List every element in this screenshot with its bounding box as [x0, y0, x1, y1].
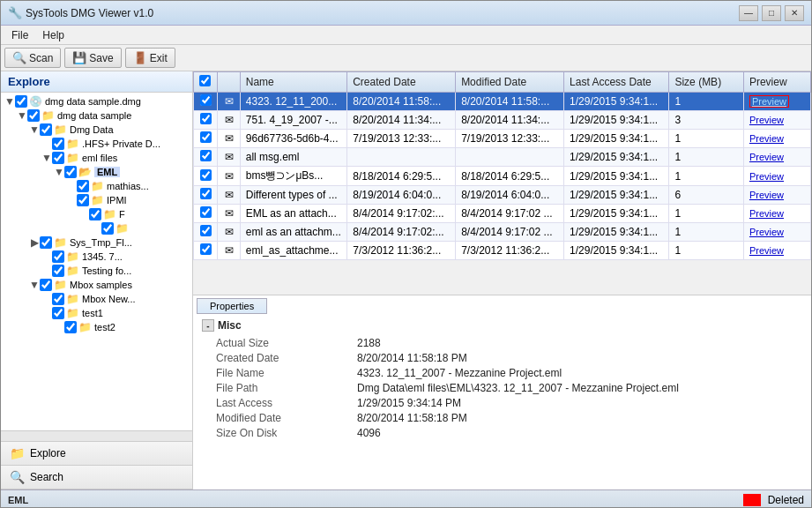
tree-item-test2[interactable]: 📁test2: [3, 320, 190, 334]
preview-link[interactable]: Preview: [749, 133, 784, 144]
tree-item-unknown2[interactable]: 📁: [3, 221, 190, 235]
tree-item-dmg[interactable]: ▼💿dmg data sample.dmg: [3, 94, 190, 108]
tree-item-testing[interactable]: 📁Testing fo...: [3, 264, 190, 278]
table-row[interactable]: ✉96d67736-5d6b-4...7/19/2013 12:33:...7/…: [194, 130, 811, 148]
col-modified[interactable]: Modified Date: [456, 72, 564, 93]
tree-expand-icon[interactable]: ▶: [29, 236, 40, 249]
tree-expand-icon[interactable]: ▼: [29, 279, 40, 291]
menu-file[interactable]: File: [4, 27, 35, 43]
row-checkbox[interactable]: [200, 113, 212, 124]
table-row[interactable]: ✉eml_as_attachme...7/3/2012 11:36:2...7/…: [194, 242, 811, 260]
tree-expand-icon[interactable]: ▼: [17, 109, 27, 122]
tree-expand-icon[interactable]: ▼: [4, 95, 15, 108]
tree-item-ipmi[interactable]: 📁IPMI: [3, 193, 190, 207]
tree-checkbox[interactable]: [89, 208, 101, 220]
tree-checkbox[interactable]: [40, 236, 52, 249]
col-created[interactable]: Created Date: [347, 72, 456, 93]
properties-tab[interactable]: Properties: [193, 295, 811, 314]
exit-button[interactable]: 🚪 Exit: [125, 48, 175, 68]
col-preview[interactable]: Preview: [743, 72, 810, 93]
file-preview-cell[interactable]: Preview: [743, 205, 810, 223]
file-preview-cell[interactable]: Preview: [743, 167, 810, 186]
tree-area[interactable]: ▼💿dmg data sample.dmg▼📁dmg data sample▼📁…: [1, 93, 192, 430]
tree-expand-icon[interactable]: ▼: [29, 123, 40, 136]
close-button[interactable]: ✕: [785, 5, 804, 21]
preview-link[interactable]: Preview: [749, 208, 784, 219]
menu-help[interactable]: Help: [35, 27, 71, 43]
tree-expand-icon[interactable]: ▼: [41, 152, 52, 164]
file-list-area[interactable]: Name Created Date Modified Date Last Acc…: [193, 71, 811, 295]
tree-hscroll[interactable]: [1, 430, 192, 441]
tree-item-unknown1[interactable]: 📁F: [3, 207, 190, 221]
preview-link[interactable]: Preview: [749, 115, 784, 125]
tree-checkbox[interactable]: [52, 265, 64, 277]
table-row[interactable]: ✉EML as an attach...8/4/2014 9:17:02:...…: [194, 205, 811, 223]
row-checkbox[interactable]: [200, 206, 212, 218]
minimize-button[interactable]: —: [739, 5, 758, 21]
preview-link[interactable]: Preview: [749, 227, 784, 237]
preview-link[interactable]: Preview: [749, 245, 784, 256]
tree-checkbox[interactable]: [52, 152, 64, 164]
tree-checkbox[interactable]: [52, 250, 64, 263]
tree-checkbox[interactable]: [64, 166, 77, 178]
nav-search[interactable]: 🔍 Search: [1, 466, 192, 489]
file-preview-cell[interactable]: Preview: [743, 111, 810, 130]
row-checkbox[interactable]: [200, 225, 212, 236]
tree-item-dmg-data[interactable]: ▼📁dmg data sample: [3, 108, 190, 123]
row-checkbox[interactable]: [200, 131, 212, 143]
tree-checkbox[interactable]: [101, 222, 114, 235]
scan-button[interactable]: 🔍 Scan: [4, 48, 61, 68]
file-preview-cell[interactable]: Preview: [743, 148, 810, 167]
col-size[interactable]: Size (MB): [669, 72, 743, 93]
table-row[interactable]: ✉751. 4_19_2007 -...8/20/2014 11:34:...8…: [194, 111, 811, 130]
col-check[interactable]: [194, 72, 218, 93]
table-row[interactable]: ✉eml as an attachm...8/4/2014 9:17:02:..…: [194, 223, 811, 242]
preview-link[interactable]: Preview: [749, 171, 784, 182]
tree-checkbox[interactable]: [64, 321, 77, 333]
row-checkbox[interactable]: [200, 169, 212, 181]
table-row[interactable]: ✉Different types of ...8/19/2014 6:04:0.…: [194, 186, 811, 205]
tree-item-hfs[interactable]: 📁.HFS+ Private D...: [3, 137, 190, 151]
tree-checkbox[interactable]: [52, 138, 64, 150]
tree-item-eml[interactable]: ▼📂EML: [3, 165, 190, 179]
tree-item-eml-files[interactable]: ▼📁eml files: [3, 151, 190, 165]
tree-item-dmgdata[interactable]: ▼📁Dmg Data: [3, 123, 190, 137]
tree-checkbox[interactable]: [77, 180, 89, 192]
nav-explore[interactable]: 📁 Explore: [1, 442, 192, 466]
select-all-checkbox[interactable]: [199, 75, 211, 86]
tree-checkbox[interactable]: [15, 95, 27, 108]
file-preview-cell[interactable]: Preview: [743, 223, 810, 242]
row-checkbox[interactable]: [200, 243, 212, 255]
tree-expand-icon[interactable]: ▼: [54, 166, 64, 178]
file-preview-cell[interactable]: Preview: [743, 186, 810, 205]
file-preview-cell[interactable]: Preview: [743, 242, 810, 260]
table-row[interactable]: ✉bms뺑⊃ンμBs...8/18/2014 6:29:5...8/18/201…: [194, 167, 811, 186]
col-name[interactable]: Name: [240, 72, 346, 93]
tree-checkbox[interactable]: [52, 307, 64, 319]
tree-item-mathias[interactable]: 📁mathias...: [3, 179, 190, 193]
preview-link[interactable]: Preview: [749, 152, 784, 162]
row-checkbox[interactable]: [200, 94, 212, 106]
maximize-button[interactable]: □: [762, 5, 781, 21]
tree-checkbox[interactable]: [52, 293, 64, 305]
tree-item-mbox-new[interactable]: 📁Mbox New...: [3, 292, 190, 306]
tree-checkbox[interactable]: [27, 109, 40, 122]
tree-item-1345[interactable]: 📁1345. 7...: [3, 250, 190, 264]
table-row[interactable]: ✉all msg.eml1/29/2015 9:34:1...1Preview: [194, 148, 811, 167]
save-button[interactable]: 💾 Save: [64, 48, 121, 68]
tree-item-mbox[interactable]: ▼📁Mbox samples: [3, 278, 190, 292]
tree-checkbox[interactable]: [77, 194, 89, 206]
table-row[interactable]: ✉4323. 12_11_200...8/20/2014 11:58:...8/…: [194, 93, 811, 111]
row-checkbox[interactable]: [200, 150, 212, 161]
file-preview-cell[interactable]: Preview: [743, 130, 810, 148]
preview-link[interactable]: Preview: [749, 190, 784, 200]
tree-item-sys-tmp[interactable]: ▶📁Sys_Tmp_Fl...: [3, 235, 190, 250]
col-access[interactable]: Last Access Date: [564, 72, 669, 93]
misc-collapse-btn[interactable]: -: [202, 319, 214, 332]
file-preview-cell[interactable]: Preview: [743, 93, 810, 111]
tree-item-test1[interactable]: 📁test1: [3, 306, 190, 320]
preview-link[interactable]: Preview: [749, 95, 789, 108]
row-checkbox[interactable]: [200, 188, 212, 199]
tree-checkbox[interactable]: [40, 123, 52, 136]
tree-checkbox[interactable]: [40, 279, 52, 291]
